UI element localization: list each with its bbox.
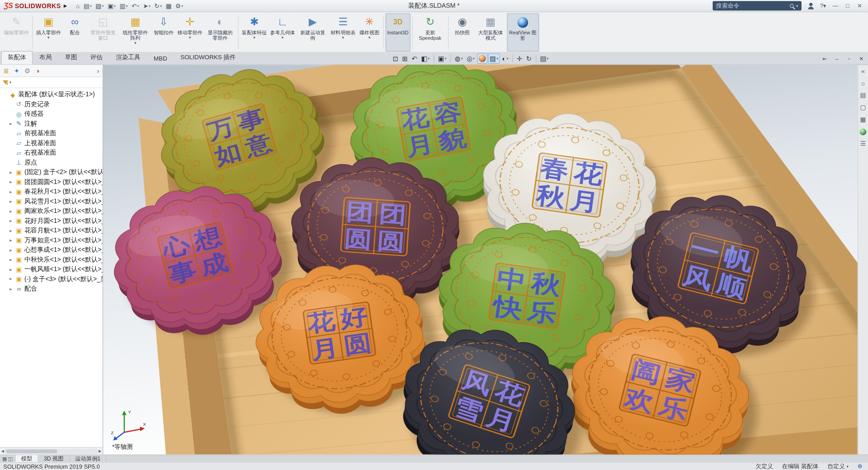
scrollbar-thumb[interactable]	[6, 449, 57, 453]
tree-item-plane[interactable]: ▱前视基准面	[2, 128, 103, 138]
3d-drawing-view-button[interactable]: ▤▾	[538, 53, 550, 64]
expand-arrow-icon[interactable]: ▸	[8, 169, 13, 175]
expand-arrow-icon[interactable]: ▸	[8, 218, 13, 223]
tree-item-part[interactable]: ▸▣中秋快乐<1> (默认<<默认>_显	[2, 254, 103, 264]
expand-arrow-icon[interactable]: ▸	[8, 286, 13, 291]
mate-button[interactable]: ∞配合	[63, 13, 87, 52]
dropdown-arrow-icon[interactable]: ▾	[847, 464, 849, 469]
expand-arrow-icon[interactable]: ▸	[8, 208, 13, 214]
rotate-view-button[interactable]: ↻	[524, 53, 533, 64]
user-button[interactable]	[805, 1, 817, 11]
scroll-left-icon[interactable]: ◀	[1, 449, 4, 453]
collapse-pane-button[interactable]: ⇤	[820, 54, 830, 63]
doc-tab-模型[interactable]: 模型	[15, 455, 38, 462]
doc-tab-3D 视图[interactable]: 3D 视图	[38, 455, 70, 462]
menu-expand-arrow-icon[interactable]: ▶	[64, 3, 67, 8]
expand-arrow-icon[interactable]: ▸	[8, 247, 13, 253]
open-button[interactable]: ▨▾	[94, 1, 105, 10]
maximize-button[interactable]: □	[841, 1, 854, 11]
new-motion-study-button[interactable]: ▶新建运动算例	[297, 13, 329, 52]
tree-item-part[interactable]: ▸▣春花秋月<1> (默认<<默认>_显	[2, 187, 103, 196]
tab-渲染工具[interactable]: 渲染工具	[109, 51, 147, 64]
command-search[interactable]: 搜索命令 ▾	[713, 1, 802, 10]
zoom-fit-button[interactable]: ⊡	[391, 53, 400, 64]
tree-item-part[interactable]: ▸▣风花雪月<1> (默认<<默认>_显	[2, 197, 103, 206]
tab-装配体[interactable]: 装配体	[1, 51, 33, 64]
bill-of-materials-button[interactable]: ☰材料明细表▼	[329, 13, 357, 52]
pan-button[interactable]: ✛	[515, 53, 524, 64]
home-button[interactable]: ⌂	[74, 1, 81, 10]
solidworks-resources-button[interactable]: ⌂	[859, 79, 868, 87]
section-view-button[interactable]: ◧▾	[419, 53, 431, 64]
print-button[interactable]: ▥▾	[118, 1, 129, 10]
web-help-globe-icon[interactable]: ⊕	[857, 463, 862, 470]
realview-graphics-button[interactable]: RealView 图形	[507, 13, 539, 52]
minimize-button[interactable]: —	[829, 1, 841, 11]
close-button[interactable]: ✕	[854, 1, 866, 11]
feature-tree-filter[interactable]: ▾	[0, 77, 103, 88]
undo-button[interactable]: ↶▾	[130, 1, 141, 10]
instant3d-button[interactable]: 3DInstant3D	[385, 13, 410, 52]
solidworks-menu[interactable]: ƷS SOLIDWORKS ▶	[0, 2, 71, 10]
edit-appearance-button[interactable]	[477, 53, 487, 64]
status-custom[interactable]: 自定义▾	[827, 462, 849, 470]
expand-arrow-icon[interactable]: ▸	[8, 189, 13, 194]
tree-item-part[interactable]: ▸▣花好月圆<1> (默认<<默认>_	[2, 216, 103, 226]
scrollbar-track[interactable]	[5, 449, 98, 454]
tab-MBD[interactable]: MBD	[147, 52, 174, 64]
tree-item-annotations-folder[interactable]: ▸✎注解	[2, 119, 103, 128]
smart-fasteners-button[interactable]: ⇩智能扣件	[152, 13, 176, 52]
reference-geometry-button[interactable]: ∟参考几何体▼	[268, 13, 297, 52]
expand-arrow-icon[interactable]: ▸	[8, 266, 13, 272]
restore-document-button[interactable]: ▫	[844, 54, 854, 63]
file-explorer-button[interactable]: ▢	[859, 103, 868, 111]
move-component-button[interactable]: ✛移动零部件▼	[176, 13, 204, 52]
custom-properties-button[interactable]: ☰	[859, 140, 868, 148]
apply-scene-button[interactable]: ▨▾	[488, 53, 500, 64]
expand-arrow-icon[interactable]: ▸	[8, 276, 13, 282]
rebuild-button[interactable]: ↻▾	[153, 1, 164, 10]
tree-item-part[interactable]: ▸▣心想事成<1> (默认<<默认>_显	[2, 245, 103, 254]
search-dropdown-icon[interactable]: ▾	[796, 4, 798, 8]
insert-components-button[interactable]: ▣插入零部件▼	[34, 13, 63, 52]
select-button[interactable]: ➤▾	[141, 1, 152, 10]
displaymanager-tab[interactable]: ◑	[35, 67, 39, 74]
scroll-right-icon[interactable]: ▶	[99, 449, 102, 453]
tree-item-part[interactable]: ▸▣(-) 盒子<3> (默认<<默认>_显示	[2, 274, 103, 283]
doc-tab-运动算例1[interactable]: 运动算例1	[70, 455, 107, 462]
options-button[interactable]: ⚙▾	[174, 1, 185, 10]
tree-item-part[interactable]: ▸▣(固定) 盒子<2> (默认<<默认>_	[2, 167, 103, 177]
assembly-features-button[interactable]: ✱装配体特征▼	[240, 13, 269, 52]
search-icon[interactable]	[790, 4, 794, 8]
minimize-document-button[interactable]: –	[832, 54, 842, 63]
close-document-button[interactable]: ✕	[856, 54, 866, 63]
save-button[interactable]: ▣▾	[106, 1, 117, 10]
tab-SOLIDWORKS 插件[interactable]: SOLIDWORKS 插件	[174, 51, 242, 64]
view-orientation-button[interactable]: ▣▾	[436, 53, 448, 64]
tree-item-assembly[interactable]: ◆装配体 (默认<显示状态-1>)	[2, 90, 103, 99]
expand-arrow-icon[interactable]: ▸	[8, 228, 13, 233]
featuremanager-tab[interactable]: ≣	[3, 67, 9, 74]
tree-item-part[interactable]: ▸▣花容月貌<1> (默认<<默认>_显	[2, 226, 103, 235]
tree-item-part[interactable]: ▸▣万事如意<1> (默认<<默认>_显	[2, 235, 103, 245]
tree-item-plane[interactable]: ▱右视基准面	[2, 148, 103, 157]
show-hidden-components-button[interactable]: ◐显示隐藏的零部件	[204, 13, 236, 52]
tree-item-part[interactable]: ▸▣一帆风顺<1> (默认<<默认>_显	[2, 264, 103, 274]
window-split-icon[interactable]: ◫	[8, 456, 13, 461]
3d-viewport[interactable]: 花容月貌万事如意春花秋月团团圆圆心想事成一帆风顺中秋快乐花好月圆阖家欢乐风花雪月	[103, 65, 858, 454]
collapse-taskpane-button[interactable]: «	[859, 66, 868, 75]
tree-item-history-folder[interactable]: ↺历史记录	[2, 99, 103, 109]
hide-show-items-button[interactable]: ◎▾	[465, 53, 476, 64]
appearances-scenes-button[interactable]	[859, 127, 868, 136]
filter-dropdown-icon[interactable]: ▾	[9, 80, 11, 85]
linear-component-pattern-button[interactable]: ▦线性零部件阵列▼	[119, 13, 152, 52]
tree-item-sensors-folder[interactable]: ◎传感器	[2, 109, 103, 119]
tree-item-origin[interactable]: ⊥原点	[2, 158, 103, 167]
previous-view-button[interactable]: ↶	[410, 53, 419, 64]
expand-arrow-icon[interactable]: ▸	[8, 257, 13, 262]
tree-item-mates-folder[interactable]: ▸∞配合	[2, 284, 103, 293]
take-snapshot-button[interactable]: ◉拍快照	[450, 13, 474, 52]
tab-草图[interactable]: 草图	[58, 51, 84, 64]
tab-布局[interactable]: 布局	[33, 51, 58, 64]
feature-tree-horizontal-scrollbar[interactable]: ◀ ▶	[0, 447, 103, 455]
